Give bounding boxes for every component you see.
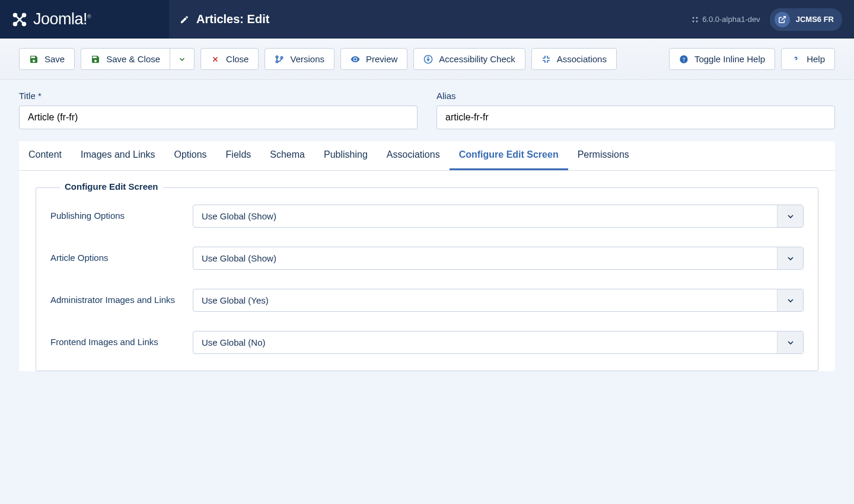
field-row: Article OptionsUse Global (Show) bbox=[50, 247, 804, 270]
save-icon bbox=[91, 55, 100, 64]
tabs: ContentImages and LinksOptionsFieldsSche… bbox=[19, 141, 835, 171]
external-link-icon bbox=[775, 12, 790, 27]
page-title: Articles: Edit bbox=[196, 12, 269, 26]
select-frontend-images-and-links[interactable]: Use Global (No) bbox=[193, 331, 804, 354]
tab-images-and-links[interactable]: Images and Links bbox=[71, 141, 164, 170]
associations-button[interactable]: Associations bbox=[531, 48, 617, 70]
field-label: Administrator Images and Links bbox=[50, 289, 193, 305]
accessibility-button[interactable]: Accessibility Check bbox=[413, 48, 525, 70]
svg-point-10 bbox=[281, 56, 283, 58]
toolbar: Save Save & Close Close Versions Preview… bbox=[0, 39, 854, 80]
select-publishing-options[interactable]: Use Global (Show) bbox=[193, 205, 804, 228]
preview-button[interactable]: Preview bbox=[340, 48, 407, 70]
version-indicator[interactable]: 6.0.0-alpha1-dev bbox=[692, 15, 760, 24]
svg-point-9 bbox=[276, 60, 278, 62]
field-label: Publishing Options bbox=[50, 205, 193, 221]
tab-associations[interactable]: Associations bbox=[377, 141, 450, 170]
svg-point-7 bbox=[696, 20, 698, 22]
tab-content[interactable]: Content bbox=[19, 141, 71, 170]
brand[interactable]: Joomla!® bbox=[0, 0, 169, 39]
svg-point-6 bbox=[693, 20, 694, 22]
close-icon bbox=[211, 55, 220, 64]
select-article-options[interactable]: Use Global (Show) bbox=[193, 247, 804, 270]
save-button[interactable]: Save bbox=[19, 48, 75, 70]
chevron-down-icon bbox=[177, 55, 187, 64]
tab-publishing[interactable]: Publishing bbox=[314, 141, 377, 170]
chevron-down-icon bbox=[777, 205, 803, 227]
alias-label: Alias bbox=[436, 91, 835, 101]
configure-fieldset: Configure Edit Screen Publishing Options… bbox=[36, 187, 818, 371]
tab-permissions[interactable]: Permissions bbox=[568, 141, 639, 170]
chevron-down-icon bbox=[777, 247, 803, 269]
contract-icon bbox=[541, 55, 551, 64]
select-value: Use Global (Yes) bbox=[193, 289, 777, 311]
tab-configure-edit-screen[interactable]: Configure Edit Screen bbox=[450, 141, 568, 170]
question-circle-icon bbox=[679, 55, 689, 64]
select-value: Use Global (No) bbox=[193, 331, 777, 353]
field-label: Frontend Images and Links bbox=[50, 331, 193, 347]
field-row: Frontend Images and LinksUse Global (No) bbox=[50, 331, 804, 354]
joomla-small-icon bbox=[692, 16, 699, 23]
app-header: Joomla!® Articles: Edit 6.0.0-alpha1-dev… bbox=[0, 0, 854, 39]
joomla-logo-icon bbox=[11, 11, 28, 28]
svg-point-4 bbox=[693, 17, 694, 18]
title-alias-row: Title * Alias bbox=[0, 80, 854, 141]
alias-input[interactable] bbox=[436, 106, 835, 129]
field-row: Publishing OptionsUse Global (Show) bbox=[50, 205, 804, 228]
svg-point-8 bbox=[276, 56, 278, 58]
question-icon bbox=[791, 55, 801, 64]
save-icon bbox=[29, 55, 39, 64]
svg-point-5 bbox=[696, 17, 698, 18]
page-title-area: Articles: Edit bbox=[169, 12, 692, 26]
chevron-down-icon bbox=[777, 289, 803, 311]
save-close-group: Save & Close bbox=[81, 48, 195, 70]
close-button[interactable]: Close bbox=[200, 48, 259, 70]
save-close-button[interactable]: Save & Close bbox=[81, 48, 170, 70]
tab-fields[interactable]: Fields bbox=[216, 141, 261, 170]
tab-options[interactable]: Options bbox=[164, 141, 216, 170]
eye-icon bbox=[350, 55, 360, 64]
pencil-icon bbox=[180, 15, 189, 24]
select-value: Use Global (Show) bbox=[193, 247, 777, 269]
header-right: 6.0.0-alpha1-dev JCMS6 FR bbox=[692, 8, 854, 31]
save-close-dropdown[interactable] bbox=[170, 48, 195, 70]
branch-icon bbox=[275, 55, 284, 64]
accessibility-icon bbox=[423, 55, 433, 64]
brand-name: Joomla!® bbox=[33, 10, 91, 28]
title-label: Title * bbox=[19, 91, 418, 101]
svg-point-12 bbox=[428, 56, 429, 58]
chevron-down-icon bbox=[777, 331, 803, 353]
fieldset-legend: Configure Edit Screen bbox=[60, 181, 163, 192]
tab-schema[interactable]: Schema bbox=[260, 141, 314, 170]
tabs-card: ContentImages and LinksOptionsFieldsSche… bbox=[19, 141, 835, 371]
title-input[interactable] bbox=[19, 106, 418, 129]
field-label: Article Options bbox=[50, 247, 193, 263]
help-button[interactable]: Help bbox=[781, 48, 835, 70]
select-administrator-images-and-links[interactable]: Use Global (Yes) bbox=[193, 289, 804, 312]
site-badge[interactable]: JCMS6 FR bbox=[770, 8, 842, 31]
versions-button[interactable]: Versions bbox=[265, 48, 334, 70]
field-row: Administrator Images and LinksUse Global… bbox=[50, 289, 804, 312]
select-value: Use Global (Show) bbox=[193, 205, 777, 227]
toggle-inline-help-button[interactable]: Toggle Inline Help bbox=[669, 48, 775, 70]
